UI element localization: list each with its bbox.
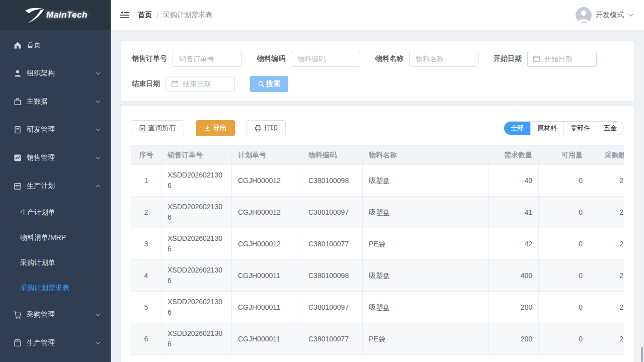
document-icon: [13, 125, 22, 134]
cell-material-name: PE袋: [363, 323, 489, 355]
filter-material-code: 物料编码: [257, 51, 360, 67]
cell-seq: 1: [131, 165, 162, 197]
cell-material-code: C380100098: [302, 165, 363, 197]
cell-available-qty: 0: [539, 260, 589, 292]
sidebar-item-rnd[interactable]: 研发管理: [0, 116, 111, 144]
sidebar-item-sales[interactable]: 销售管理: [0, 144, 111, 172]
sidebar-item-manufacturing[interactable]: 生产管理: [0, 329, 111, 357]
cell-material-name: PE袋: [363, 228, 489, 260]
printer-icon: [255, 125, 262, 132]
cell-sales-order: XSDD2026021306: [162, 165, 232, 197]
cell-available-qty: 0: [539, 228, 589, 260]
sidebar-subitem-bom-mrp[interactable]: 物料清单/MRP: [0, 225, 111, 250]
sidebar-item-home[interactable]: 首页: [0, 31, 111, 59]
chevron-down-icon: [96, 156, 101, 160]
material-code-input[interactable]: [291, 51, 360, 67]
tab-raw-material[interactable]: 原材料: [530, 122, 564, 135]
search-button-label: 搜索: [266, 79, 280, 88]
chevron-down-icon: [96, 341, 101, 345]
table-row[interactable]: 6 XSDD2026021306 CGJH000011 C380100077 P…: [131, 323, 624, 355]
filter-panel: 销售订单号 物料编码 物料名称 开始日期: [121, 41, 634, 101]
tab-hardware[interactable]: 五金: [597, 122, 623, 135]
tab-all[interactable]: 全部: [504, 122, 530, 135]
avatar: [576, 7, 592, 23]
cell-sales-order: XSDD2026021306: [162, 323, 232, 355]
field-label: 结束日期: [132, 79, 160, 88]
table-row[interactable]: 3 XSDD2026021306 CGJH000012 C380100077 P…: [131, 228, 624, 260]
sidebar-item-purchasing[interactable]: 采购管理: [0, 301, 111, 329]
export-button[interactable]: 导出: [196, 120, 235, 136]
end-date-input[interactable]: [166, 76, 235, 92]
cell-demand-qty: 200: [489, 323, 539, 355]
tab-parts[interactable]: 零部件: [564, 122, 597, 135]
query-all-button[interactable]: 查询所有: [131, 120, 184, 136]
col-material-name: 物料名称: [363, 146, 489, 165]
sidebar-subitem-production-plan-order[interactable]: 生产计划单: [0, 200, 111, 225]
logo: MainTech: [0, 0, 111, 30]
col-available-qty: 可用量: [539, 146, 589, 165]
cell-purchase-qty: 2: [589, 292, 624, 323]
material-name-input[interactable]: [409, 51, 478, 67]
print-label: 打印: [264, 124, 278, 133]
sidebar-subitem-purchase-plan-order[interactable]: 采购计划单: [0, 250, 111, 276]
sidebar-item-org[interactable]: 组织架构: [0, 59, 111, 87]
cell-plan-order: CGJH000012: [232, 228, 302, 260]
sidebar-item-label: 主数据: [27, 97, 48, 106]
vertical-scrollbar[interactable]: [641, 347, 643, 362]
tab-label: 原材料: [537, 124, 557, 133]
start-date-input[interactable]: [527, 51, 597, 67]
data-table: 序号 销售订单号 计划单号 物料编码 物料名称 需求数量 可用量 采购数量 1 …: [131, 145, 624, 355]
collapse-sidebar-icon[interactable]: [120, 11, 130, 19]
sidebar-item-label: 采购管理: [27, 310, 55, 319]
search-button[interactable]: 搜索: [250, 76, 288, 92]
filter-end-date: 结束日期: [132, 76, 235, 92]
cell-available-qty: 0: [539, 197, 589, 228]
cell-sales-order: XSDD2026021306: [162, 292, 232, 323]
cell-plan-order: CGJH000011: [232, 323, 302, 355]
cell-purchase-qty: 2: [589, 260, 624, 292]
table-row[interactable]: 2 XSDD2026021306 CGJH000012 C380100097 吸…: [131, 197, 624, 228]
sidebar-item-label: 销售管理: [27, 153, 55, 162]
cell-demand-qty: 200: [489, 292, 539, 323]
cell-material-name: 吸塑盘: [363, 197, 489, 228]
user-menu[interactable]: 开发模式: [576, 7, 634, 23]
table-row[interactable]: 4 XSDD2026021306 CGJH000011 C380100098 吸…: [131, 260, 624, 292]
cell-seq: 5: [131, 292, 162, 323]
col-demand-qty: 需求数量: [489, 146, 539, 165]
sidebar-subitem-purchase-plan-demand[interactable]: 采购计划需求表: [0, 276, 111, 301]
sales-order-input[interactable]: [173, 51, 242, 67]
cart-icon: [13, 310, 22, 319]
cell-available-qty: 0: [539, 323, 589, 355]
cell-plan-order: CGJH000012: [232, 165, 302, 197]
chevron-up-icon: [96, 185, 101, 188]
user-mode-label: 开发模式: [596, 11, 624, 20]
cell-purchase-qty: 2: [589, 197, 624, 228]
topbar: 首页 / 采购计划需求表 开发模式: [111, 0, 644, 30]
filter-material-name: 物料名称: [375, 51, 478, 67]
chevron-down-icon[interactable]: [628, 13, 634, 17]
sidebar-item-label: 研发管理: [27, 125, 55, 134]
cell-demand-qty: 40: [489, 165, 539, 197]
cell-purchase-qty: 2: [589, 323, 624, 355]
field-label: 物料名称: [375, 54, 404, 63]
table-row[interactable]: 5 XSDD2026021306 CGJH000011 C380100097 吸…: [131, 292, 624, 323]
cell-purchase-qty: 2: [589, 228, 624, 260]
tab-label: 全部: [511, 124, 524, 133]
data-table-wrapper[interactable]: 序号 销售订单号 计划单号 物料编码 物料名称 需求数量 可用量 采购数量 1 …: [131, 145, 624, 355]
download-icon: [204, 125, 211, 132]
col-purchase-qty: 采购数量: [589, 146, 624, 165]
filter-start-date: 开始日期: [494, 51, 597, 67]
col-sales-order: 销售订单号: [162, 146, 232, 165]
cell-material-name: 吸塑盘: [363, 292, 489, 323]
sidebar-item-label: 组织架构: [27, 69, 55, 78]
bag-icon: [13, 97, 22, 106]
sidebar-item-masterdata[interactable]: 主数据: [0, 87, 111, 116]
sidebar-item-production-plan[interactable]: 生产计划: [0, 172, 111, 200]
print-button[interactable]: 打印: [247, 120, 286, 136]
export-label: 导出: [213, 124, 227, 133]
cell-seq: 4: [131, 260, 162, 292]
cell-sales-order: XSDD2026021306: [162, 228, 232, 260]
cell-demand-qty: 42: [489, 228, 539, 260]
breadcrumb-home[interactable]: 首页: [138, 11, 152, 20]
table-row[interactable]: 1 XSDD2026021306 CGJH000012 C380100098 吸…: [131, 165, 624, 197]
